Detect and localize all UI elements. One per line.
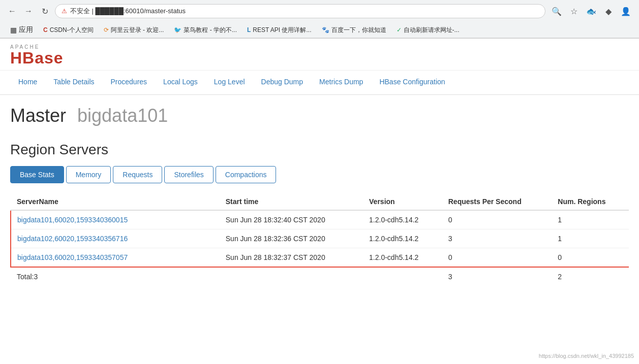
back-button[interactable]: ← (6, 5, 18, 17)
cell-server-name-3: bigdata103,60020,1593340357057 (11, 248, 220, 268)
cell-start-time-3: Sun Jun 28 18:32:37 CST 2020 (220, 248, 363, 268)
nav-item-metrics-dump[interactable]: Metrics Dump (311, 71, 371, 94)
master-heading: Master bigdata101 (10, 105, 629, 126)
nav-item-log-level[interactable]: Log Level (206, 71, 253, 94)
tab-base-stats[interactable]: Base Stats (10, 166, 64, 183)
bookmark-restapi[interactable]: L REST API 使用详解... (243, 25, 315, 36)
search-extension-button[interactable]: 🔍 (550, 4, 564, 18)
server-link-3[interactable]: bigdata103,60020,1593340357057 (17, 253, 128, 261)
apache-text: APACHE (10, 45, 629, 50)
extension-1-button[interactable]: 🐟 (584, 4, 598, 18)
hbase-logo: APACHE HBase (10, 45, 629, 66)
cell-regions-1: 1 (552, 210, 629, 229)
server-link-1[interactable]: bigdata101,60020,1593340360015 (17, 216, 128, 224)
table-row: bigdata102,60020,1593340356716 Sun Jun 2… (11, 229, 629, 248)
region-servers-section: Region Servers Base Stats Memory Request… (0, 131, 639, 296)
nav-item-home[interactable]: Home (10, 71, 45, 94)
browser-chrome: ← → ↻ ⚠ 不安全 | ██████:60010/master-status… (0, 0, 639, 39)
col-header-num-regions: Num. Regions (552, 193, 629, 210)
forward-button[interactable]: → (22, 5, 35, 17)
total-row: Total:3 3 2 (11, 267, 629, 286)
bookmark-apps[interactable]: ▦ 应用 (6, 24, 37, 36)
total-requests: 3 (442, 267, 552, 286)
aliyun-icon: ⟳ (104, 26, 109, 34)
master-hostname: bigdata101 (77, 105, 168, 126)
nav-item-hbase-configuration[interactable]: HBase Configuration (371, 71, 453, 94)
col-header-server-name: ServerName (11, 193, 220, 210)
region-servers-table-wrapper: ServerName Start time Version Requests P… (10, 193, 629, 286)
cell-start-time-1: Sun Jun 28 18:32:40 CST 2020 (220, 210, 363, 229)
bookmark-aliyun-label: 阿里云登录 - 欢迎... (111, 26, 164, 35)
address-bar[interactable]: ⚠ 不安全 | ██████:60010/master-status (55, 4, 545, 18)
master-label: Master (10, 105, 66, 126)
csdn-icon: C (43, 26, 48, 34)
cell-regions-2: 1 (552, 229, 629, 248)
table-header-row: ServerName Start time Version Requests P… (11, 193, 629, 210)
autorefresh-icon: ✓ (397, 26, 402, 34)
col-header-requests: Requests Per Second (442, 193, 552, 210)
bookmark-aliyun[interactable]: ⟳ 阿里云登录 - 欢迎... (100, 25, 168, 36)
tab-compactions[interactable]: Compactions (216, 166, 277, 183)
bookmark-baidu[interactable]: 🐾 百度一下，你就知道 (318, 25, 390, 36)
browser-toolbar: ← → ↻ ⚠ 不安全 | ██████:60010/master-status… (0, 0, 639, 22)
cell-server-name: bigdata101,60020,1593340360015 (11, 210, 220, 229)
bookmarks-bar: ▦ 应用 C CSDN-个人空间 ⟳ 阿里云登录 - 欢迎... 🐦 菜鸟教程 … (0, 22, 639, 38)
cell-server-name-2: bigdata102,60020,1593340356716 (11, 229, 220, 248)
total-label: Total:3 (11, 267, 220, 286)
hbase-text: HBase (10, 50, 629, 66)
apps-icon: ▦ (10, 26, 17, 34)
restapi-icon: L (247, 26, 251, 34)
main-nav: Home Table Details Procedures Local Logs… (0, 71, 639, 95)
master-title-section: Master bigdata101 (0, 95, 639, 131)
bookmark-csdn-label: CSDN-个人空间 (50, 26, 94, 35)
bookmark-autorefresh[interactable]: ✓ 自动刷新请求网址-... (392, 25, 464, 36)
hbase-header: APACHE HBase (0, 39, 639, 71)
cell-requests-3: 0 (442, 248, 552, 268)
cell-version-2: 1.2.0-cdh5.14.2 (363, 229, 442, 248)
bookmark-baidu-label: 百度一下，你就知道 (331, 26, 386, 35)
nav-item-table-details[interactable]: Table Details (45, 71, 102, 94)
server-link-2[interactable]: bigdata102,60020,1593340356716 (17, 235, 128, 243)
bookmark-runoob-label: 菜鸟教程 - 学的不... (184, 26, 237, 35)
nav-item-debug-dump[interactable]: Debug Dump (253, 71, 312, 94)
bookmark-apps-label: 应用 (19, 25, 33, 35)
col-header-version: Version (363, 193, 442, 210)
table-row: bigdata101,60020,1593340360015 Sun Jun 2… (11, 210, 629, 229)
cell-start-time-2: Sun Jun 28 18:32:36 CST 2020 (220, 229, 363, 248)
tab-memory[interactable]: Memory (66, 166, 111, 183)
page-content: APACHE HBase Home Table Details Procedur… (0, 39, 639, 296)
profile-button[interactable]: 👤 (619, 4, 633, 18)
table-row: bigdata103,60020,1593340357057 Sun Jun 2… (11, 248, 629, 268)
bookmark-button[interactable]: ☆ (567, 4, 581, 18)
total-empty-version (363, 267, 442, 286)
col-header-start-time: Start time (220, 193, 363, 210)
bookmark-restapi-label: REST API 使用详解... (253, 26, 311, 35)
nav-item-local-logs[interactable]: Local Logs (155, 71, 206, 94)
bookmark-autorefresh-label: 自动刷新请求网址-... (404, 26, 460, 35)
security-icon: ⚠ (62, 8, 67, 15)
total-empty-start-time (220, 267, 363, 286)
bookmark-runoob[interactable]: 🐦 菜鸟教程 - 学的不... (170, 25, 241, 36)
cell-version-1: 1.2.0-cdh5.14.2 (363, 210, 442, 229)
refresh-button[interactable]: ↻ (39, 5, 51, 17)
region-servers-table: ServerName Start time Version Requests P… (10, 193, 629, 286)
region-servers-tabs: Base Stats Memory Requests Storefiles Co… (10, 166, 629, 183)
tab-storefiles[interactable]: Storefiles (164, 166, 213, 183)
bookmark-csdn[interactable]: C CSDN-个人空间 (39, 25, 98, 36)
nav-item-procedures[interactable]: Procedures (103, 71, 156, 94)
total-regions: 2 (552, 267, 629, 286)
baidu-icon: 🐾 (322, 26, 329, 34)
cell-regions-3: 0 (552, 248, 629, 268)
cell-version-3: 1.2.0-cdh5.14.2 (363, 248, 442, 268)
cell-requests-1: 0 (442, 210, 552, 229)
extensions-button[interactable]: ◆ (601, 4, 616, 18)
tab-requests[interactable]: Requests (113, 166, 162, 183)
region-servers-title: Region Servers (10, 142, 629, 158)
url-text: 不安全 | ██████:60010/master-status (70, 7, 186, 16)
cell-requests-2: 3 (442, 229, 552, 248)
runoob-icon: 🐦 (174, 26, 181, 34)
browser-icons: 🔍 ☆ 🐟 ◆ 👤 (550, 4, 633, 18)
